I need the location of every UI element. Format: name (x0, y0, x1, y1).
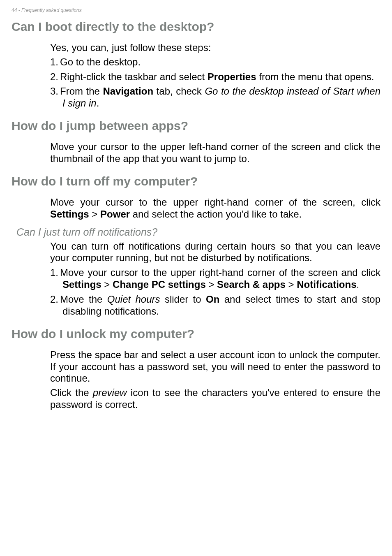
body-paragraph: Move your cursor to the upper left-hand … (50, 141, 380, 165)
section-heading: Can I boot directly to the desktop? (12, 19, 380, 35)
subsection-heading: Can I just turn off notifications? (16, 226, 380, 238)
step-list: Move your cursor to the upper right-hand… (50, 266, 380, 317)
step-item: From the Navigation tab, check Go to the… (50, 85, 380, 109)
body-paragraph: Press the space bar and select a user ac… (50, 349, 380, 385)
body-paragraph: You can turn off notifications during ce… (50, 241, 380, 264)
step-list: Go to the desktop.Right-click the taskba… (50, 56, 380, 109)
step-item: Move your cursor to the upper right-hand… (50, 266, 380, 291)
body-paragraph: Click the preview icon to see the charac… (50, 387, 380, 411)
section-heading: How do I jump between apps? (12, 118, 380, 134)
intro-text: Yes, you can, just follow these steps: (50, 42, 380, 54)
step-item: Go to the desktop. (50, 56, 380, 68)
faq-section-boot-desktop: Can I boot directly to the desktop? Yes,… (12, 19, 380, 109)
body-paragraph: Move your cursor to the upper right-hand… (50, 197, 380, 220)
page-header: 44 - Frequently asked questions (12, 7, 380, 13)
section-heading: How do I turn off my computer? (12, 174, 380, 189)
subsection-body: You can turn off notifications during ce… (50, 241, 380, 264)
paragraph-group: Press the space bar and select a user ac… (12, 349, 380, 411)
paragraph-group: Move your cursor to the upper left-hand … (12, 141, 380, 165)
paragraph-group: You can turn off notifications during ce… (50, 241, 380, 264)
faq-section-turn-off: How do I turn off my computer? Move your… (12, 174, 380, 317)
section-heading: How do I unlock my computer? (12, 326, 380, 342)
faq-section-unlock: How do I unlock my computer? Press the s… (12, 326, 380, 410)
step-item: Right-click the taskbar and select Prope… (50, 71, 380, 83)
document-page: 44 - Frequently asked questions Can I bo… (0, 0, 392, 436)
faq-section-jump-apps: How do I jump between apps? Move your cu… (12, 118, 380, 164)
step-item: Move the Quiet hours slider to On and se… (50, 293, 380, 317)
paragraph-group: Move your cursor to the upper right-hand… (12, 197, 380, 220)
